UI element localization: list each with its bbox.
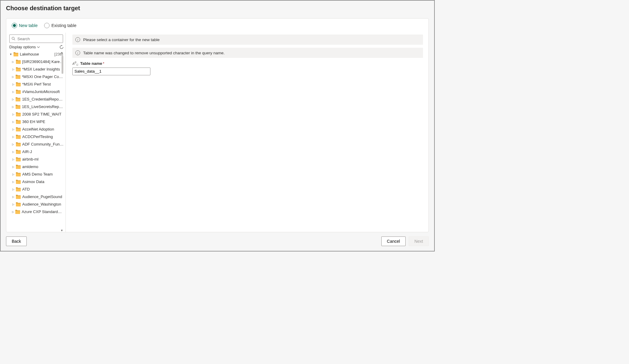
tree-item[interactable]: ▷Asimov Data [9, 178, 64, 185]
caret-right-icon: ▷ [12, 98, 14, 101]
display-options-dropdown[interactable]: Display options [9, 45, 40, 49]
caret-right-icon: ▷ [12, 203, 15, 206]
dialog-header: Choose destination target [1, 1, 434, 14]
caret-right-icon: ▷ [12, 105, 14, 108]
caret-right-icon: ▷ [12, 135, 15, 138]
caret-right-icon: ▷ [12, 195, 15, 198]
search-icon [11, 37, 16, 41]
footer-right: Cancel Next [381, 236, 429, 246]
caret-right-icon: ▷ [12, 128, 15, 131]
tree-wrapper: ▼Lakehouse[236]▷[SIR236901484] Karenia▷*… [9, 50, 64, 232]
info-icon: i [75, 50, 80, 55]
tree-item-label: 360 EH WPE [22, 119, 45, 124]
table-name-input[interactable] [72, 68, 150, 75]
caret-right-icon: ▷ [12, 113, 15, 116]
folder-tree[interactable]: ▼Lakehouse[236]▷[SIR236901484] Karenia▷*… [9, 50, 64, 215]
tree-item[interactable]: ▷ADF Community_Funnel [9, 140, 64, 148]
info-icon: i [75, 37, 80, 42]
tree-item[interactable]: ▷Audience_Washington [9, 200, 64, 208]
tree-item[interactable]: ▷2008 SP2 TIME_WAIT [9, 110, 64, 118]
info-text: Table name was changed to remove unsuppo… [83, 51, 225, 55]
caret-right-icon: ▷ [12, 165, 15, 168]
caret-right-icon: ▷ [12, 75, 14, 78]
tree-item-label: AMS Demo Team [22, 172, 53, 176]
tree-item[interactable]: ▷*MSXi Perf Terst [9, 80, 64, 88]
dialog-footer: Back Cancel Next [1, 232, 434, 251]
svg-line-1 [14, 39, 15, 41]
caret-right-icon: ▷ [12, 90, 15, 93]
chevron-down-icon [37, 46, 40, 49]
caret-right-icon: ▷ [12, 158, 15, 161]
tree-item-label: amldemo [22, 164, 38, 169]
tree-item-label: Audience_PugetSound [22, 194, 62, 199]
table-name-label-row: ABC Table name* [72, 61, 423, 66]
next-button: Next [409, 236, 429, 246]
display-options-row: Display options [9, 44, 64, 50]
tree-item-label: ACDCPerfTesting [22, 134, 53, 139]
radio-new-table[interactable]: New table [12, 23, 38, 28]
tree-item[interactable]: ▷1ES_CredentialReporting [9, 95, 64, 103]
scroll-thumb[interactable] [62, 56, 63, 74]
radio-label: New table [19, 23, 38, 28]
tree-item[interactable]: ▷AMS Demo Team [9, 170, 64, 178]
tree-item-label: ATD [22, 187, 30, 191]
tree-item[interactable]: ▷Azure CXP Standards PROD [9, 208, 64, 215]
tree-item[interactable]: ▷[SIR236901484] Karenia [9, 58, 64, 65]
caret-right-icon: ▷ [12, 68, 15, 71]
tree-sidebar: Display options ▼Lakehouse[236]▷[SIR2369… [6, 33, 66, 232]
search-input[interactable] [17, 37, 66, 41]
scroll-down-icon: ▼ [61, 229, 63, 232]
text-type-icon: ABC [72, 61, 78, 66]
cancel-button[interactable]: Cancel [381, 236, 406, 246]
info-select-container: i Please select a container for the new … [72, 35, 423, 45]
refresh-icon[interactable] [59, 45, 64, 49]
tree-root-lakehouse[interactable]: ▼Lakehouse[236] [9, 50, 64, 58]
radio-label: Existing table [51, 23, 76, 28]
caret-right-icon: ▷ [12, 150, 15, 153]
caret-right-icon: ▷ [12, 60, 15, 63]
tree-item-label: AIR-J [22, 149, 32, 154]
tree-item[interactable]: ▷1ES_LiveSecretsReporting [9, 103, 64, 110]
caret-right-icon: ▷ [12, 120, 15, 123]
caret-right-icon: ▷ [12, 83, 15, 86]
caret-down-icon: ▼ [9, 53, 12, 56]
tree-item[interactable]: ▷amldemo [9, 163, 64, 170]
main-card: New table Existing table Display options [6, 18, 429, 232]
search-box[interactable] [9, 35, 63, 43]
svg-point-0 [12, 37, 14, 40]
tree-item-label: AccelNet Adoption [22, 127, 54, 131]
tree-item-label: 2008 SP2 TIME_WAIT [22, 112, 62, 116]
tree-item[interactable]: ▷*MSX Leader Insights [9, 65, 64, 73]
caret-right-icon: ▷ [12, 180, 15, 183]
radio-dot-icon [12, 23, 17, 28]
tree-item-label: *MSXi Perf Terst [22, 82, 51, 86]
display-options-label: Display options [9, 45, 36, 49]
tree-item[interactable]: ▷360 EH WPE [9, 118, 64, 125]
tree-item[interactable]: ▷AccelNet Adoption [9, 125, 64, 133]
tree-item-label: ADF Community_Funnel [22, 142, 64, 146]
tree-root-label: Lakehouse [20, 52, 39, 56]
caret-right-icon: ▷ [12, 188, 15, 191]
main-panel: i Please select a container for the new … [66, 33, 428, 232]
table-name-label: Table name* [80, 61, 104, 66]
info-name-changed: i Table name was changed to remove unsup… [72, 48, 423, 58]
tree-item-label: Asimov Data [22, 179, 44, 184]
caret-right-icon: ▷ [12, 173, 15, 176]
tree-item[interactable]: ▷airbnb-ml [9, 155, 64, 163]
table-mode-radio-group: New table Existing table [6, 19, 428, 33]
tree-item[interactable]: ▷#VamoJuntoMicrosoft [9, 88, 64, 95]
radio-dot-icon [44, 23, 50, 28]
radio-existing-table[interactable]: Existing table [44, 23, 76, 28]
tree-item-label: 1ES_CredentialReporting [22, 97, 64, 101]
tree-item[interactable]: ▷*MSXI One Pager Collecti... [9, 73, 64, 80]
back-button[interactable]: Back [6, 236, 27, 246]
tree-item[interactable]: ▷Audience_PugetSound [9, 193, 64, 200]
caret-right-icon: ▷ [12, 210, 14, 213]
tree-item-label: #VamoJuntoMicrosoft [22, 89, 60, 94]
tree-item[interactable]: ▷AIR-J [9, 148, 64, 155]
tree-item-label: airbnb-ml [22, 157, 38, 161]
caret-right-icon: ▷ [12, 143, 15, 146]
tree-item[interactable]: ▷ATD [9, 185, 64, 193]
page-title: Choose destination target [6, 5, 429, 12]
tree-item[interactable]: ▷ACDCPerfTesting [9, 133, 64, 140]
